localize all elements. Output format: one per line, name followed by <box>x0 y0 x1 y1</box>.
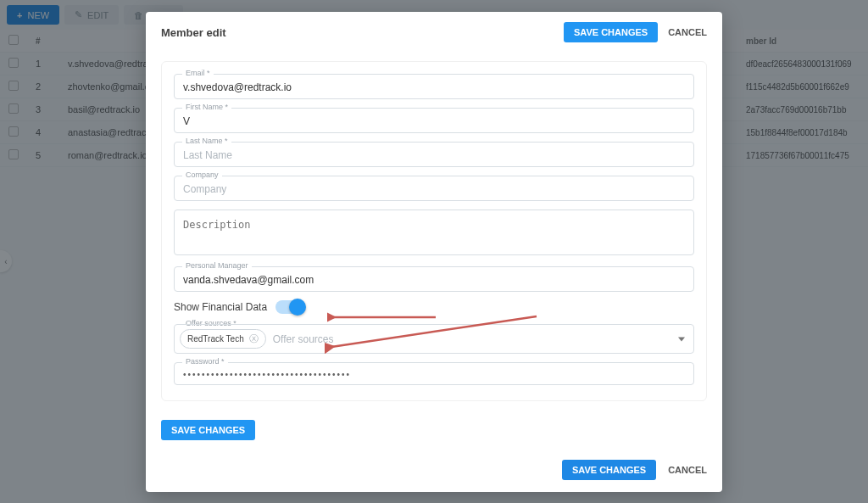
description-field-wrap <box>174 210 694 258</box>
save-button-bottom[interactable]: SAVE CHANGES <box>562 460 656 480</box>
member-edit-modal: Member edit SAVE CHANGES CANCEL Email * … <box>146 12 722 492</box>
offer-placeholder: Offer sources <box>273 333 334 345</box>
firstname-field[interactable] <box>174 108 694 133</box>
form-panel: Email * First Name * Last Name * Company <box>161 61 707 401</box>
offer-field-wrap: Offer sources * RedTrack Tech ⓧ Offer so… <box>174 324 694 354</box>
modal-body: Email * First Name * Last Name * Company <box>146 53 722 451</box>
manager-field-wrap: Personal Manager <box>174 266 694 292</box>
modal-overlay: Member edit SAVE CHANGES CANCEL Email * … <box>0 0 868 503</box>
firstname-field-wrap: First Name * <box>174 108 694 133</box>
lastname-field[interactable] <box>174 142 694 167</box>
chevron-down-icon <box>678 337 685 341</box>
lastname-label: Last Name * <box>182 137 231 145</box>
offer-sources-select[interactable]: RedTrack Tech ⓧ Offer sources <box>174 324 694 354</box>
lastname-field-wrap: Last Name * <box>174 142 694 167</box>
company-label: Company <box>182 170 222 179</box>
company-field-wrap: Company <box>174 176 694 201</box>
manager-field[interactable] <box>174 266 694 292</box>
email-field[interactable] <box>174 74 694 99</box>
cancel-button-top[interactable]: CANCEL <box>668 27 707 37</box>
financial-toggle-row: Show Financial Data <box>174 300 694 314</box>
save-button-mid[interactable]: SAVE CHANGES <box>161 420 255 440</box>
financial-toggle-label: Show Financial Data <box>174 301 267 313</box>
description-field[interactable] <box>174 210 694 255</box>
company-field[interactable] <box>174 176 694 201</box>
modal-header: Member edit SAVE CHANGES CANCEL <box>146 12 722 53</box>
password-field-wrap: Password * •••••••••••••••••••••••••••••… <box>174 362 694 385</box>
manager-label: Personal Manager <box>182 261 252 270</box>
offer-chip[interactable]: RedTrack Tech ⓧ <box>180 329 266 349</box>
save-button-top[interactable]: SAVE CHANGES <box>564 22 658 42</box>
modal-title: Member edit <box>161 26 226 39</box>
firstname-label: First Name * <box>182 103 231 111</box>
password-label: Password * <box>182 357 228 366</box>
modal-footer: SAVE CHANGES CANCEL <box>146 451 722 492</box>
toggle-knob <box>289 299 306 316</box>
cancel-button-bottom[interactable]: CANCEL <box>668 465 707 475</box>
financial-toggle[interactable] <box>275 300 304 314</box>
password-field[interactable]: •••••••••••••••••••••••••••••••••••• <box>174 362 694 385</box>
chip-remove-icon[interactable]: ⓧ <box>249 333 259 345</box>
offer-chip-label: RedTrack Tech <box>187 334 244 344</box>
email-label: Email * <box>182 69 214 77</box>
email-field-wrap: Email * <box>174 74 694 99</box>
